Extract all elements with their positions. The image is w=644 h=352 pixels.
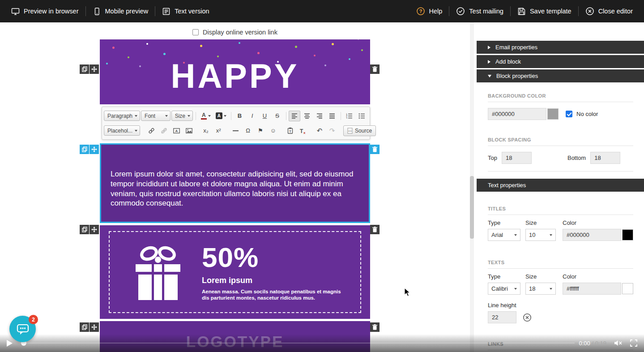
- source-button[interactable]: <> Source: [343, 125, 376, 136]
- paragraph-format-dropdown[interactable]: Paragraph: [104, 111, 140, 121]
- size-label: Size: [525, 219, 563, 226]
- block4-handles: [80, 322, 99, 332]
- align-center-button[interactable]: [301, 111, 313, 121]
- accordion-add-block[interactable]: Add block: [477, 55, 644, 68]
- accordion-email-properties[interactable]: Email properties: [477, 41, 644, 54]
- move-block-button[interactable]: [90, 225, 99, 234]
- fullscreen-button[interactable]: [630, 339, 638, 347]
- chat-unread-badge[interactable]: 2: [29, 315, 38, 324]
- unlink-button[interactable]: [158, 125, 170, 136]
- italic-button[interactable]: I: [247, 111, 258, 121]
- strikethrough-button[interactable]: S: [272, 111, 283, 121]
- no-color-checkbox[interactable]: [566, 111, 572, 117]
- move-icon: [91, 227, 97, 232]
- line-height-input[interactable]: [488, 311, 516, 323]
- text-properties-header[interactable]: Text properties: [477, 179, 644, 192]
- titles-size-select[interactable]: 10: [525, 229, 556, 241]
- background-color-swatch[interactable]: [547, 108, 559, 120]
- placeholder-dropdown[interactable]: Placehol...: [104, 125, 140, 136]
- font-dropdown[interactable]: Font: [141, 111, 171, 121]
- copy-block-button[interactable]: [80, 145, 89, 154]
- email-promo-block[interactable]: 50% Lorem ipsum Aenean massa. Cum socils…: [100, 225, 370, 319]
- confetti-dot: [106, 63, 108, 64]
- video-progress-track[interactable]: [20, 343, 575, 343]
- background-color-input[interactable]: [488, 108, 546, 120]
- special-character-button[interactable]: Ω: [242, 125, 254, 136]
- clear-circle-icon: [523, 313, 532, 322]
- email-header-block[interactable]: HAPPY: [100, 39, 370, 104]
- help-button[interactable]: ? Help: [409, 0, 449, 22]
- copy-block-button[interactable]: [80, 225, 89, 234]
- align-left-button[interactable]: [289, 111, 300, 121]
- bulleted-list-icon: [358, 113, 365, 119]
- chat-bubble-icon: [16, 323, 30, 335]
- move-block-button[interactable]: [90, 145, 99, 154]
- texts-size-select[interactable]: 18: [525, 283, 556, 295]
- subscript-button[interactable]: x₂: [200, 125, 212, 136]
- move-block-button[interactable]: [90, 322, 99, 332]
- accordion-block-properties[interactable]: Block properties: [477, 69, 644, 82]
- redo-button[interactable]: ↷: [326, 125, 338, 136]
- spacing-top-input[interactable]: [502, 152, 532, 164]
- align-right-button[interactable]: [314, 111, 325, 121]
- confetti-dot: [112, 47, 115, 49]
- remove-format-button[interactable]: Tx: [297, 125, 308, 136]
- mute-button[interactable]: [614, 339, 623, 347]
- move-block-button[interactable]: [90, 64, 99, 74]
- video-time: 0:00 / 0:19: [579, 340, 607, 347]
- background-color-button[interactable]: A: [214, 111, 228, 121]
- align-justify-button[interactable]: [326, 111, 338, 121]
- bulleted-list-button[interactable]: [356, 111, 368, 121]
- spacing-bottom-input[interactable]: [590, 152, 620, 164]
- numbered-list-button[interactable]: 123: [344, 111, 355, 121]
- copy-block-button[interactable]: [80, 322, 89, 332]
- image-placeholder-button[interactable]: A: [171, 125, 182, 136]
- topbar-left-group: Preview in browser Mobile preview Text v…: [4, 0, 216, 22]
- superscript-button[interactable]: x²: [213, 125, 224, 136]
- texts-field-labels: Type Size Color: [488, 273, 633, 280]
- undo-button[interactable]: ↶: [314, 125, 325, 136]
- help-label: Help: [429, 8, 443, 15]
- insert-image-button[interactable]: [183, 125, 195, 136]
- test-mailing-label: Test mailing: [469, 8, 503, 15]
- underline-button[interactable]: U: [259, 111, 271, 121]
- display-online-version-checkbox[interactable]: [192, 29, 199, 35]
- move-icon: [91, 66, 97, 72]
- close-editor-button[interactable]: Close editor: [579, 0, 640, 22]
- texts-controls: Calibri 18: [488, 283, 633, 295]
- delete-block-button[interactable]: [370, 225, 380, 234]
- text-version-button[interactable]: Text version: [155, 0, 216, 22]
- titles-color-input[interactable]: [563, 229, 621, 241]
- horizontal-rule-button[interactable]: [230, 125, 241, 136]
- unlink-icon: [161, 128, 167, 134]
- copy-block-button[interactable]: [80, 64, 89, 74]
- scrollbar-thumb[interactable]: [470, 176, 474, 239]
- titles-color-swatch[interactable]: [622, 229, 633, 240]
- clear-line-height-button[interactable]: [523, 313, 532, 322]
- emoji-button[interactable]: ☺: [267, 125, 279, 136]
- svg-text:3: 3: [346, 117, 347, 119]
- delete-block-button[interactable]: [370, 322, 380, 332]
- delete-block-button[interactable]: [370, 145, 380, 154]
- preview-in-browser-button[interactable]: Preview in browser: [4, 0, 85, 22]
- confetti-dot: [361, 49, 363, 51]
- texts-font-select[interactable]: Calibri: [488, 283, 520, 295]
- flag-button[interactable]: ⚑: [255, 125, 266, 136]
- email-paragraph[interactable]: Lorem ipsum dolor sit amet, consectetur …: [111, 169, 362, 208]
- titles-font-select[interactable]: Arial: [488, 229, 520, 241]
- bold-button[interactable]: B: [234, 111, 246, 121]
- texts-color-input[interactable]: [563, 283, 621, 295]
- paste-text-button[interactable]: T: [284, 125, 296, 136]
- save-template-button[interactable]: Save template: [511, 0, 578, 22]
- texts-color-swatch[interactable]: [622, 283, 633, 294]
- gift-icon: [133, 242, 183, 303]
- play-button[interactable]: [6, 339, 13, 347]
- delete-block-button[interactable]: [370, 64, 380, 74]
- font-size-dropdown[interactable]: Size: [171, 111, 193, 121]
- test-mailing-button[interactable]: Test mailing: [449, 0, 510, 22]
- email-text-block-selected[interactable]: Lorem ipsum dolor sit amet, consectetur …: [100, 143, 370, 223]
- text-color-button[interactable]: A: [199, 111, 213, 121]
- image-icon: [186, 128, 192, 133]
- link-button[interactable]: [145, 125, 157, 136]
- mobile-preview-button[interactable]: Mobile preview: [86, 0, 155, 22]
